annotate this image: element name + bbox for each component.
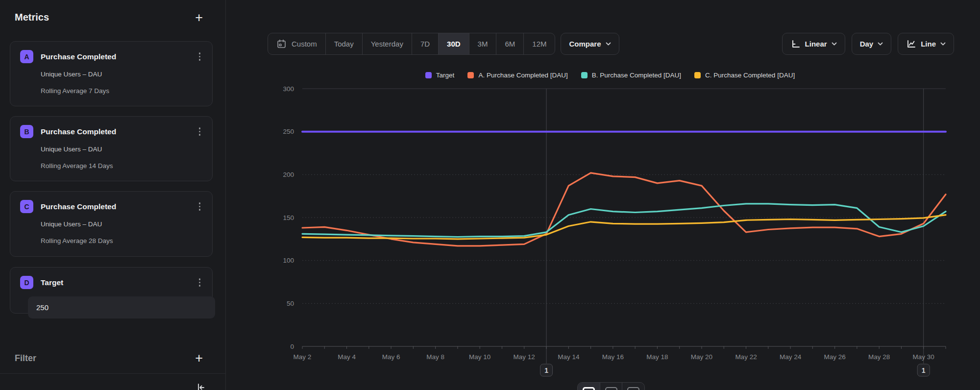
table-view-icon xyxy=(605,387,617,390)
metric-title: Purchase Completed xyxy=(41,202,116,211)
compare-label: Compare xyxy=(569,40,601,48)
sidebar-divider xyxy=(0,373,226,374)
x-axis-label: May 30 xyxy=(913,353,934,361)
collapse-sidebar-button[interactable] xyxy=(195,382,207,390)
add-metric-button[interactable]: + xyxy=(195,12,203,23)
chevron-down-icon xyxy=(878,42,883,46)
date-range-label: 12M xyxy=(532,40,546,48)
legend-item-a[interactable]: A. Purchase Completed [DAU] xyxy=(467,72,567,79)
metric-rolling-average[interactable]: Rolling Average 7 Days xyxy=(41,87,203,95)
y-axis-label: 250 xyxy=(283,128,294,135)
y-axis-label: 100 xyxy=(283,257,294,264)
x-axis-label: May 8 xyxy=(426,353,444,361)
calendar-icon xyxy=(276,39,287,49)
metric-measurement[interactable]: Unique Users – DAU xyxy=(41,146,203,153)
metric-title: Purchase Completed xyxy=(41,52,116,61)
date-range-label: Yesterday xyxy=(371,40,403,48)
x-axis-label: May 22 xyxy=(735,353,757,361)
chart-type-selector-button[interactable]: Line xyxy=(898,33,954,55)
date-range-3m[interactable]: 3M xyxy=(469,33,496,54)
legend-swatch xyxy=(467,72,474,78)
target-title: Target xyxy=(41,278,63,287)
metric-card-b[interactable]: B Purchase Completed Unique Users – DAU … xyxy=(10,116,213,181)
metric-badge-d: D xyxy=(20,276,33,289)
date-range-label: Custom xyxy=(292,40,317,48)
legend-swatch xyxy=(581,72,588,78)
display-toggle-chart[interactable] xyxy=(578,383,600,390)
target-card[interactable]: D Target xyxy=(10,267,213,314)
date-range-label: 30D xyxy=(447,40,461,48)
annotation-badge-label: 1 xyxy=(544,366,548,374)
annotation-badge-label: 1 xyxy=(922,366,926,374)
x-axis-label: May 18 xyxy=(646,353,668,361)
date-range-segmented-control: Custom Today Yesterday 7D 30D 3M 6M 12M xyxy=(268,33,555,55)
date-range-label: 7D xyxy=(420,40,430,48)
chart-view-icon xyxy=(583,387,595,390)
interval-label: Day xyxy=(860,40,874,48)
target-value-input[interactable] xyxy=(28,296,215,318)
date-range-label: 6M xyxy=(505,40,515,48)
metric-options-button[interactable] xyxy=(196,125,204,138)
x-axis-label: May 4 xyxy=(338,353,356,361)
date-range-12m[interactable]: 12M xyxy=(523,33,555,54)
metrics-header-row: Metrics + xyxy=(15,12,203,23)
filter-header-row: Filter + xyxy=(15,353,203,364)
chart-display-toggle xyxy=(577,382,645,390)
x-axis-label: May 6 xyxy=(382,353,400,361)
chart-type-label: Line xyxy=(921,40,936,48)
scale-selector-button[interactable]: Linear xyxy=(782,33,845,55)
collapse-left-icon xyxy=(195,388,207,390)
scale-label: Linear xyxy=(805,40,827,48)
legend-label: C. Purchase Completed [DAU] xyxy=(705,72,795,79)
x-axis-label: May 14 xyxy=(558,353,580,361)
x-axis-label: May 24 xyxy=(780,353,802,361)
legend-swatch xyxy=(425,72,432,78)
legend-item-c[interactable]: C. Purchase Completed [DAU] xyxy=(694,72,795,79)
chart-legend: Target A. Purchase Completed [DAU] B. Pu… xyxy=(265,72,956,79)
metric-rolling-average[interactable]: Rolling Average 14 Days xyxy=(41,162,203,170)
date-range-today[interactable]: Today xyxy=(325,33,362,54)
compare-button[interactable]: Compare xyxy=(561,33,619,55)
filter-header: Filter xyxy=(15,353,36,364)
date-range-30d[interactable]: 30D xyxy=(438,33,469,54)
metric-measurement[interactable]: Unique Users – DAU xyxy=(41,220,203,228)
chart-toolbar: Custom Today Yesterday 7D 30D 3M 6M 12M … xyxy=(268,33,954,55)
metric-card-c[interactable]: C Purchase Completed Unique Users – DAU … xyxy=(10,191,213,257)
metric-measurement[interactable]: Unique Users – DAU xyxy=(41,71,203,78)
x-axis-label: May 26 xyxy=(824,353,845,361)
add-filter-button[interactable]: + xyxy=(195,353,203,364)
date-range-7d[interactable]: 7D xyxy=(412,33,438,54)
display-toggle-table[interactable] xyxy=(600,383,622,390)
x-axis-label: May 2 xyxy=(294,353,312,361)
legend-label: B. Purchase Completed [DAU] xyxy=(592,72,681,79)
metric-options-button[interactable] xyxy=(196,200,204,213)
chevron-down-icon xyxy=(606,42,611,46)
legend-label: A. Purchase Completed [DAU] xyxy=(478,72,567,79)
y-axis-label: 0 xyxy=(290,343,294,350)
metric-view-icon xyxy=(627,387,639,390)
metric-rolling-average[interactable]: Rolling Average 28 Days xyxy=(41,237,203,244)
metric-options-button[interactable] xyxy=(196,276,204,289)
metric-badge-a: A xyxy=(20,50,33,63)
metric-card-a[interactable]: A Purchase Completed Unique Users – DAU … xyxy=(10,41,213,106)
metric-badge-b: B xyxy=(20,125,33,138)
legend-item-b[interactable]: B. Purchase Completed [DAU] xyxy=(581,72,681,79)
date-range-label: 3M xyxy=(478,40,488,48)
legend-item-target[interactable]: Target xyxy=(425,72,455,79)
date-range-yesterday[interactable]: Yesterday xyxy=(362,33,412,54)
date-range-6m[interactable]: 6M xyxy=(496,33,523,54)
y-axis-label: 150 xyxy=(283,214,294,221)
metrics-sidebar: Metrics + A Purchase Completed Unique Us… xyxy=(0,0,226,390)
x-axis-label: May 20 xyxy=(691,353,712,361)
interval-selector-button[interactable]: Day xyxy=(852,33,892,55)
x-axis-label: May 16 xyxy=(602,353,624,361)
date-range-label: Today xyxy=(334,40,354,48)
chevron-down-icon xyxy=(940,42,946,46)
y-axis-label: 300 xyxy=(283,85,294,93)
metric-badge-c: C xyxy=(20,200,33,213)
line-chart[interactable]: 05010015020025030011May 2May 4May 6May 8… xyxy=(265,83,980,390)
metric-options-button[interactable] xyxy=(196,50,204,63)
date-range-custom[interactable]: Custom xyxy=(268,33,325,54)
axis-scale-icon xyxy=(790,39,801,49)
display-toggle-metric[interactable] xyxy=(622,383,644,390)
